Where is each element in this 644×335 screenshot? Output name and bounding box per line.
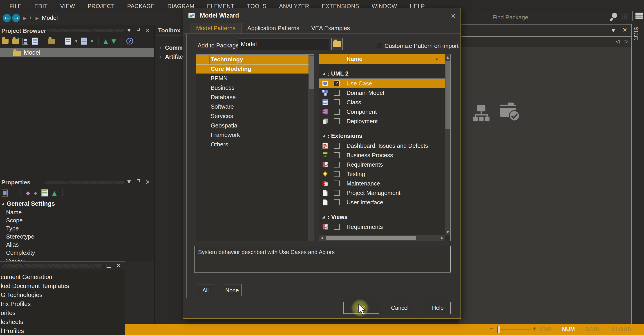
connector-icon[interactable]: ·. [12, 190, 14, 196]
green-up-icon[interactable]: ▲ [52, 190, 57, 196]
pattern-checkbox[interactable] [334, 118, 340, 124]
list-item-l-profiles[interactable]: l Profiles [0, 326, 125, 335]
pattern-row-use-case[interactable]: ✓ Use Case [319, 79, 446, 88]
property-row-alias[interactable]: Alias [0, 240, 154, 249]
scroll-up-icon[interactable]: ▲ [445, 54, 450, 60]
locate-package-icon[interactable] [48, 39, 55, 44]
sub-diamond-icon[interactable]: ◆ [34, 191, 37, 196]
toolbox-group-artifact[interactable]: ▷ Artifact [156, 52, 184, 61]
pattern-checkbox[interactable]: ✓ [334, 80, 340, 86]
pattern-row-deployment[interactable]: Deployment [319, 116, 446, 126]
pattern-list-header[interactable]: Name ▲ [319, 54, 446, 64]
group-header-views[interactable]: ◢: Views [319, 212, 446, 222]
list-item-orites[interactable]: orites [0, 308, 125, 318]
properties-group-label[interactable]: General Settings [7, 200, 55, 207]
menu-edit[interactable]: EDIT [34, 3, 48, 10]
close-icon[interactable]: × [145, 178, 150, 185]
scrollbar-vertical[interactable]: ▲ ▼ [445, 54, 450, 235]
tree-row-model[interactable]: Model [0, 48, 154, 57]
pattern-checkbox[interactable] [334, 100, 340, 105]
pattern-checkbox[interactable] [334, 90, 340, 96]
pattern-row-project-management[interactable]: Project Management [319, 188, 446, 198]
pattern-checkbox[interactable] [334, 152, 340, 158]
pattern-checkbox[interactable] [334, 200, 340, 205]
property-row-type[interactable]: Type [0, 224, 154, 232]
pattern-row-class[interactable]: Class [319, 98, 446, 107]
category-row-software[interactable]: Software [196, 102, 309, 111]
close-icon[interactable]: × [116, 262, 121, 269]
menu-project[interactable]: PROJECT [88, 3, 115, 10]
pattern-row-dashboard-issues-and-defects[interactable]: Dashboard: Issues and Defects [319, 141, 446, 150]
scroll-right-icon[interactable]: ▶ [439, 235, 445, 241]
group-header-extensions[interactable]: ◢: Extensions [319, 131, 446, 141]
scrollbar-thumb[interactable] [446, 62, 450, 129]
panel-menu-icon[interactable]: ▼ [127, 179, 131, 184]
new-element-icon[interactable] [32, 38, 38, 45]
expand-icon[interactable]: ◢ [1, 202, 4, 206]
pattern-checkbox[interactable] [334, 162, 340, 168]
browse-package-button[interactable] [332, 38, 343, 50]
list-item-lesheets[interactable]: lesheets [0, 318, 125, 326]
search-icon[interactable] [609, 12, 619, 22]
new-diagram-icon[interactable] [22, 38, 28, 45]
toolbox-group-commo[interactable]: ▷ Commo [156, 43, 184, 52]
property-row-name[interactable]: Name [0, 208, 154, 216]
none-button[interactable]: None [222, 284, 242, 296]
maximize-icon[interactable] [106, 264, 111, 268]
more-marks-icon[interactable]: ˎˎ [68, 190, 71, 196]
new-model-icon[interactable] [2, 39, 8, 44]
menu-file[interactable]: FILE [10, 3, 22, 10]
cancel-button[interactable]: Cancel [387, 302, 413, 314]
list-item-g-technologies[interactable]: G Technologies [0, 290, 125, 300]
list-item-ked-document-templates[interactable]: ked Document Templates [0, 282, 125, 290]
properties-view-icon[interactable] [2, 190, 8, 196]
property-row-complexity[interactable]: Complexity [0, 249, 154, 257]
pin-icon[interactable] [136, 28, 140, 32]
tab-vea-examples[interactable]: VEA Examples [305, 23, 356, 34]
dialog-titlebar[interactable]: Model Wizard [183, 8, 460, 23]
menu-view[interactable]: VIEW [60, 3, 75, 10]
element-diamond-icon[interactable]: ◆ [26, 190, 30, 196]
documentation-icon[interactable] [81, 38, 87, 45]
pattern-checkbox[interactable] [334, 190, 340, 196]
add-to-package-input[interactable] [238, 38, 329, 50]
menu-hamburger-icon[interactable] [636, 12, 643, 19]
scroll-right-icon[interactable]: ▷ [625, 38, 628, 44]
scroll-down-icon[interactable]: ▼ [445, 229, 450, 235]
panel-drag-area[interactable] [45, 181, 124, 184]
category-row-bpmn[interactable]: BPMN [196, 74, 309, 83]
floating-panel-titlebar[interactable]: × [0, 261, 125, 270]
panel-drag-area[interactable] [2, 264, 101, 268]
property-row-scope[interactable]: Scope [0, 216, 154, 224]
tab-start[interactable]: Start [633, 26, 640, 40]
category-row-business[interactable]: Business [196, 83, 309, 92]
nav-forward-button[interactable]: → [12, 14, 20, 22]
category-row-services[interactable]: Services [196, 111, 309, 121]
scrollbar-thumb[interactable] [309, 56, 314, 89]
scrollbar-thumb[interactable] [326, 236, 416, 240]
pattern-checkbox[interactable] [334, 109, 340, 115]
scrollbar-horizontal[interactable]: ◀ ▶ [319, 235, 445, 241]
nav-back-button[interactable]: ← [3, 14, 11, 22]
window-menu-icon[interactable]: ▼ [612, 28, 615, 33]
customize-pattern-checkbox[interactable] [377, 43, 382, 48]
new-package-icon[interactable]: + [12, 39, 19, 44]
pattern-row-maintenance[interactable]: Maintenance [319, 179, 446, 188]
find-package-placeholder[interactable]: Find Package [492, 14, 528, 21]
pin-icon[interactable] [136, 179, 140, 184]
pattern-row-business-process[interactable]: Business Process [319, 150, 446, 160]
close-icon[interactable]: × [622, 26, 627, 33]
pattern-row-user-interface[interactable]: User Interface [319, 198, 446, 207]
breadcrumb-current[interactable]: Model [42, 14, 58, 21]
pattern-row-component[interactable]: Component [319, 107, 446, 116]
pattern-row-testing[interactable]: Testing [319, 169, 446, 179]
zoom-slider-track[interactable] [498, 329, 531, 330]
help-circle-icon[interactable]: ? [126, 38, 133, 44]
tab-application-patterns[interactable]: Application Patterns [242, 23, 305, 34]
menu-package[interactable]: PACKAGE [127, 3, 155, 10]
pattern-checkbox[interactable] [334, 171, 340, 177]
chevron-down-icon[interactable]: ▼ [91, 40, 93, 43]
close-icon[interactable]: × [145, 27, 150, 34]
category-row-others[interactable]: Others [196, 140, 309, 149]
chevron-down-icon[interactable]: ▼ [75, 40, 77, 43]
